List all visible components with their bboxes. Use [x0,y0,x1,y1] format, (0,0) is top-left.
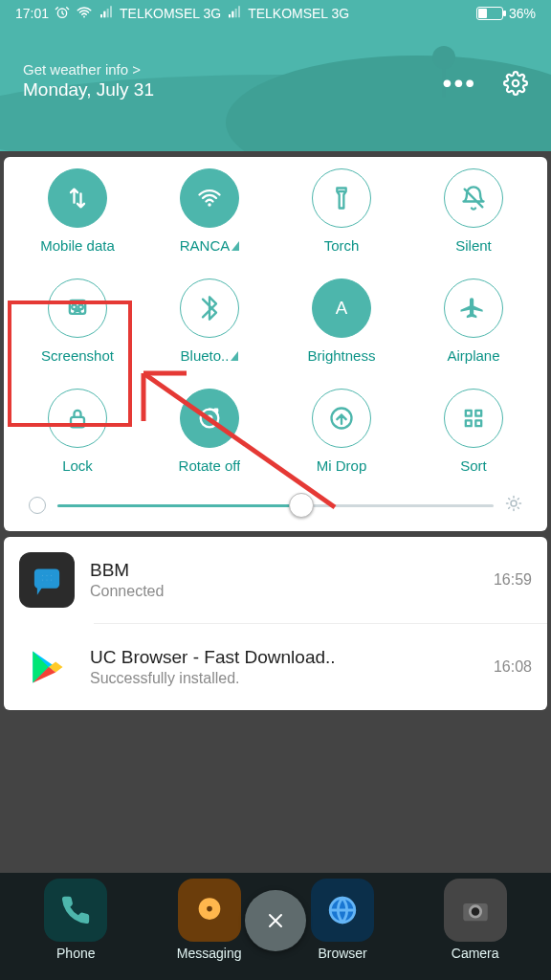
notification-list: BBM Connected 16:59 UC Browser - Fast Do… [4,537,547,710]
qs-toggle-airplane[interactable]: Airplane [408,278,540,364]
notification-item[interactable]: BBM Connected 16:59 [4,537,547,623]
qs-label: Silent [455,237,492,254]
bell-off-icon [444,168,503,228]
status-carrier-1: TELKOMSEL 3G [120,6,221,21]
wifi-icon [76,4,93,24]
weather-prompt: Get weather info > [23,61,154,78]
play-store-icon [19,639,75,695]
qs-label: Screenshot [41,347,114,364]
svg-point-20 [50,574,53,577]
dock-camera[interactable]: Camera [444,879,507,961]
dock-label: Browser [318,946,366,961]
svg-rect-14 [466,420,472,426]
notification-time: 16:59 [494,571,532,589]
qs-label: Sort [460,457,487,474]
svg-text:A: A [336,298,348,318]
svg-point-3 [208,203,211,207]
brightness-low-icon [29,497,46,514]
weather-block[interactable]: Get weather info > Monday, July 31 [23,61,154,100]
brightness-slider-row [11,474,540,518]
qs-toggle-lock[interactable]: Lock [11,389,143,474]
quick-settings-panel: Mobile dataRANCATorchSilentScreenshotBlu… [4,157,547,531]
svg-point-29 [470,906,480,917]
signal-indicator-icon [231,351,238,361]
signal-icon-1 [99,5,114,23]
lock-icon [48,389,107,448]
close-panel-button[interactable] [245,890,306,951]
svg-point-21 [41,579,44,582]
bbm-app-icon [19,552,75,608]
qs-label: Mi Drop [317,457,367,474]
dock-phone[interactable]: Phone [44,879,107,961]
notification-header: Get weather info > Monday, July 31 ••• [0,27,551,151]
signal-icon-2 [227,5,242,23]
status-carrier-2: TELKOMSEL 3G [248,6,349,21]
svg-point-1 [83,15,85,17]
qs-toggle-rotate[interactable]: Rotate off [143,389,276,474]
svg-point-23 [50,579,53,582]
dock-label: Phone [56,946,95,961]
status-bar: 17:01 TELKOMSEL 3G TELKOMSEL 3G 36% [0,0,551,27]
qs-toggle-flashlight[interactable]: Torch [276,168,408,254]
rotate-icon [180,389,239,448]
alarm-icon [55,5,70,23]
dock-messaging[interactable]: Messaging [177,879,242,961]
qs-label: RANCA [180,237,231,254]
qs-label: Brightness [308,347,376,364]
settings-icon[interactable] [503,71,528,96]
notification-title: UC Browser - Fast Download.. [90,647,478,668]
qs-label: Blueto.. [181,347,230,364]
date-text: Monday, July 31 [23,79,154,100]
qs-label: Airplane [447,347,499,364]
svg-point-18 [41,574,44,577]
bluetooth-icon [180,278,239,338]
svg-rect-15 [475,420,481,426]
dock-label: Camera [452,946,499,961]
notification-time: 16:08 [494,658,532,676]
notification-subtitle: Connected [90,583,478,600]
brightness-icon: A [312,278,371,338]
svg-point-25 [205,904,213,913]
wifi-icon [180,168,239,228]
airplane-icon [444,278,503,338]
qs-toggle-swap-vert[interactable]: Mobile data [11,168,143,254]
qs-label: Torch [324,237,360,254]
qs-toggle-wifi[interactable]: RANCA [143,168,276,254]
brightness-high-icon [505,495,522,516]
svg-rect-12 [466,411,472,416]
qs-label: Mobile data [40,237,115,254]
qs-toggle-grid[interactable]: Sort [408,389,540,474]
qs-toggle-bluetooth[interactable]: Blueto.. [143,278,276,364]
flashlight-icon [312,168,371,228]
grid-icon [444,389,503,448]
notification-title: BBM [90,560,478,581]
swap-vert-icon [48,168,107,228]
screenshot-icon [48,278,107,338]
brightness-slider[interactable] [57,504,494,507]
notification-item[interactable]: UC Browser - Fast Download.. Successfull… [4,624,547,710]
status-time: 17:01 [15,6,49,21]
qs-toggle-screenshot[interactable]: Screenshot [11,278,143,364]
qs-toggle-bell-off[interactable]: Silent [408,168,540,254]
qs-label: Rotate off [179,457,241,474]
svg-rect-8 [71,417,84,428]
battery-icon [476,7,503,20]
svg-point-16 [511,501,517,506]
dock-browser[interactable]: Browser [311,879,374,961]
svg-point-22 [46,579,49,582]
notification-subtitle: Successfully installed. [90,670,478,687]
dock-label: Messaging [177,946,242,961]
qs-label: Lock [62,457,93,474]
signal-indicator-icon [231,241,239,251]
svg-point-19 [46,574,49,577]
battery-percent: 36% [509,6,536,21]
more-icon[interactable]: ••• [443,75,476,92]
qs-toggle-brightness[interactable]: ABrightness [276,278,408,364]
svg-point-2 [513,80,519,87]
qs-toggle-midrop[interactable]: Mi Drop [276,389,408,474]
svg-rect-13 [475,411,481,416]
midrop-icon [312,389,371,448]
